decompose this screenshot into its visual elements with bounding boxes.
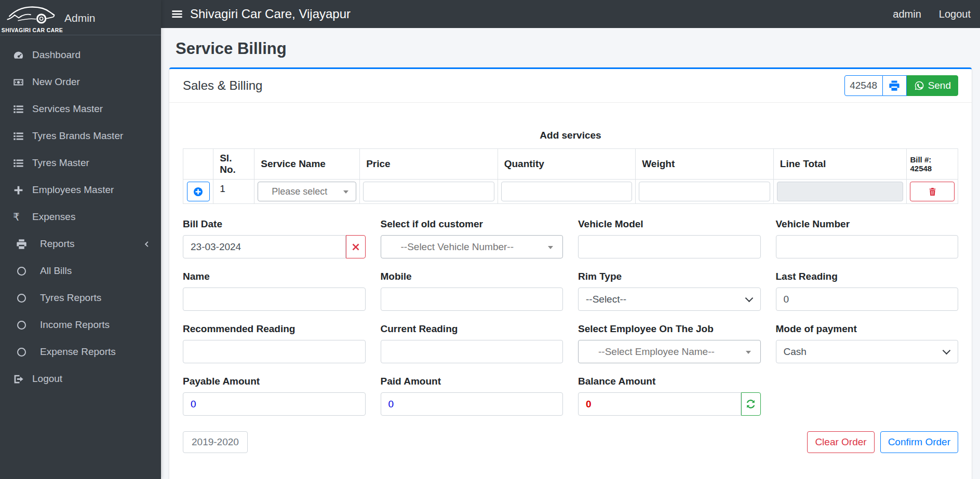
sidebar-item-services-master: Services Master (0, 95, 161, 122)
footer-buttons: Clear Order Confirm Order (807, 431, 958, 453)
list-icon (13, 131, 28, 142)
old-customer-select-value: --Select Vehicle Number-- (401, 241, 514, 253)
sidebar-brand[interactable]: SHIVAGIRI CAR CARE Admin (0, 0, 161, 35)
sidebar-link-all-bills[interactable]: All Bills (0, 257, 161, 284)
col-header-quantity: Quantity (498, 149, 636, 180)
current-reading-field: Current Reading (381, 323, 563, 363)
sidebar-item-label: Tyres Brands Master (32, 130, 123, 142)
logout-icon (13, 374, 28, 385)
sidebar-item-label: Employees Master (32, 184, 114, 196)
sidebar-link-dashboard[interactable]: Dashboard (0, 42, 161, 69)
confirm-order-button[interactable]: Confirm Order (880, 431, 958, 453)
weight-input[interactable] (639, 182, 770, 201)
vehicle-model-field: Vehicle Model (578, 218, 761, 258)
sidebar-link-income-reports[interactable]: Income Reports (0, 311, 161, 338)
name-field: Name (183, 271, 366, 311)
rim-type-select[interactable]: --Select-- (578, 288, 761, 311)
sidebar-item-label: Tyres Reports (40, 292, 101, 304)
payment-mode-select[interactable]: Cash (776, 340, 959, 363)
sl-no-value: 1 (213, 180, 254, 204)
services-table: Sl. No. Service Name Price Quantity Weig… (183, 148, 958, 204)
current-reading-label: Current Reading (381, 323, 563, 335)
delete-row-button[interactable] (910, 182, 955, 201)
sidebar-link-employees-master[interactable]: Employees Master (0, 176, 161, 203)
last-reading-label: Last Reading (776, 271, 959, 282)
current-reading-input[interactable] (381, 340, 563, 363)
sidebar-link-new-order[interactable]: New Order (0, 69, 161, 95)
sidebar-item-expenses: ₹ Expenses (0, 203, 161, 230)
add-row-button[interactable] (187, 182, 210, 201)
mobile-field: Mobile (381, 271, 563, 311)
card-tools: Send (844, 75, 958, 96)
payable-amount-field: Payable Amount (183, 376, 366, 416)
bill-date-input[interactable] (183, 235, 346, 258)
sidebar-link-expenses[interactable]: ₹ Expenses (0, 203, 161, 230)
rim-type-field: Rim Type --Select-- (578, 271, 761, 311)
print-button[interactable] (883, 75, 907, 96)
col-header-price: Price (360, 149, 498, 180)
page-title: Service Billing (169, 28, 972, 66)
vehicle-number-field: Vehicle Number (776, 218, 959, 258)
quantity-input[interactable] (501, 182, 633, 201)
sidebar-item-label: All Bills (40, 265, 72, 277)
clear-order-button[interactable]: Clear Order (807, 431, 874, 453)
sidebar-item-tyres-master: Tyres Master (0, 149, 161, 176)
vehicle-number-input[interactable] (776, 235, 959, 258)
whatsapp-send-button[interactable]: Send (907, 75, 958, 96)
content: Service Billing Sales & Billing Send (161, 28, 980, 479)
price-input[interactable] (363, 182, 494, 201)
sidebar-item-expense-reports: Expense Reports (0, 338, 161, 365)
sidebar-link-tyres-master[interactable]: Tyres Master (0, 149, 161, 176)
sidebar-item-label: Services Master (32, 103, 103, 115)
app-window: SHIVAGIRI CAR CARE Admin Dashboard New O… (0, 0, 980, 479)
sidebar-item-tyres-brands-master: Tyres Brands Master (0, 122, 161, 149)
sync-icon (746, 399, 756, 409)
card-header: Sales & Billing Send (169, 69, 972, 103)
service-name-select[interactable]: Please select (258, 182, 356, 201)
navbar-user-link[interactable]: admin (893, 8, 921, 20)
bill-number-input[interactable] (844, 75, 883, 96)
circle-icon (16, 321, 34, 330)
sidebar-link-expense-reports[interactable]: Expense Reports (0, 338, 161, 365)
sidebar-link-logout[interactable]: Logout (0, 365, 161, 392)
car-logo-icon (6, 3, 58, 27)
sidebar-item-label: Income Reports (40, 319, 110, 331)
balance-amount-input[interactable] (578, 392, 741, 416)
last-reading-input[interactable] (776, 288, 959, 311)
recommended-reading-input[interactable] (183, 340, 366, 363)
money-bill-icon (13, 77, 28, 88)
sidebar-item-all-bills: All Bills (0, 257, 161, 284)
name-input[interactable] (183, 288, 366, 311)
sidebar-item-new-order: New Order (0, 69, 161, 95)
col-header-bill-number: Bill #: 42548 (907, 149, 958, 180)
card-footer-row: 2019-2020 Clear Order Confirm Order (183, 431, 958, 453)
main-area: Shivagiri Car Care, Vijayapur admin Logo… (161, 0, 980, 479)
employee-field: Select Employee On The Job --Select Empl… (578, 323, 761, 363)
recommended-reading-field: Recommended Reading (183, 323, 366, 363)
sidebar-item-tyres-reports: Tyres Reports (0, 284, 161, 311)
sidebar-item-dashboard: Dashboard (0, 42, 161, 69)
mobile-input[interactable] (381, 288, 563, 311)
sidebar-link-reports[interactable]: Reports (0, 230, 161, 257)
paid-amount-input[interactable] (381, 392, 563, 416)
vehicle-model-input[interactable] (578, 235, 761, 258)
payable-amount-input[interactable] (183, 392, 366, 416)
sidebar-link-services-master[interactable]: Services Master (0, 95, 161, 122)
sidebar-item-reports: Reports (0, 230, 161, 257)
old-customer-select[interactable]: --Select Vehicle Number-- (381, 235, 563, 258)
list-icon (13, 104, 28, 115)
navbar-logout-link[interactable]: Logout (939, 8, 971, 20)
financial-year-badge: 2019-2020 (183, 431, 248, 453)
sidebar-item-label: Tyres Master (32, 157, 89, 169)
employee-select[interactable]: --Select Employee Name-- (578, 340, 761, 363)
hamburger-icon[interactable] (171, 8, 183, 20)
whatsapp-icon (914, 80, 924, 91)
send-label: Send (928, 80, 951, 91)
sidebar-link-tyres-reports[interactable]: Tyres Reports (0, 284, 161, 311)
col-header-weight: Weight (636, 149, 774, 180)
sidebar-link-tyres-brands-master[interactable]: Tyres Brands Master (0, 122, 161, 149)
clear-date-button[interactable] (346, 235, 366, 258)
recalculate-button[interactable] (741, 392, 761, 416)
employee-label: Select Employee On The Job (578, 323, 761, 335)
sales-billing-card: Sales & Billing Send Add services (169, 67, 972, 479)
